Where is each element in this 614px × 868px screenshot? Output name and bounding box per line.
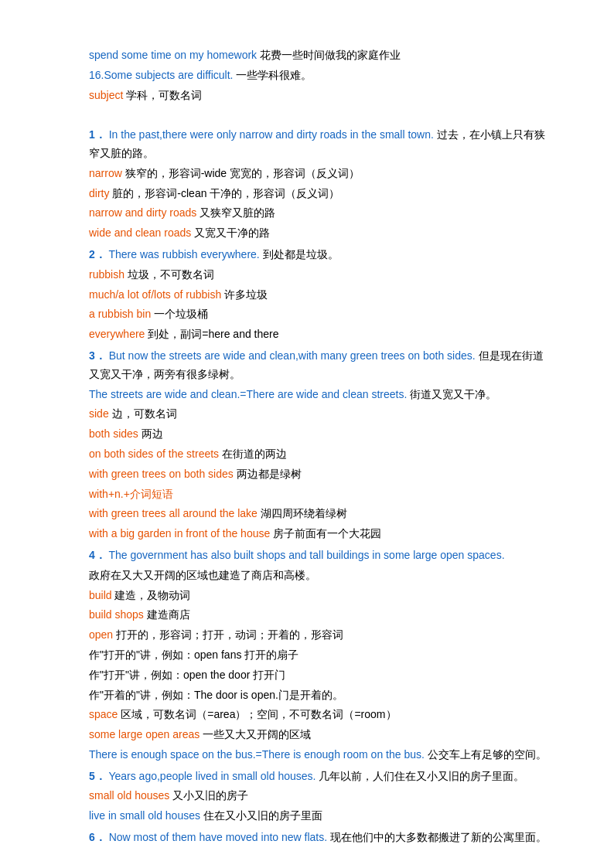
s2-much: much/a lot of/lots of rubbish 许多垃圾 bbox=[89, 286, 552, 305]
with-green-cn: 两边都是绿树 bbox=[237, 468, 302, 480]
s4-open-fans: 作"打开的"讲，例如：open fans 打开的扇子 bbox=[89, 646, 552, 665]
some-large-phrase: some large open areas bbox=[89, 728, 200, 740]
both-sides-cn: 两边 bbox=[142, 427, 163, 440]
s4-door-open: 作"开着的"讲，例如：The door is open.门是开着的。 bbox=[89, 686, 552, 705]
s4-some-large: some large open areas 一些又大又开阔的区域 bbox=[89, 726, 552, 744]
rubbish-def: 垃圾，不可数名词 bbox=[128, 268, 214, 281]
s5-small-old: small old houses 又小又旧的房子 bbox=[89, 787, 552, 805]
build-word: build bbox=[89, 589, 112, 601]
section-1: 1． In the past,there were only narrow an… bbox=[89, 126, 552, 243]
with-lake-phrase: with green trees all around the lake bbox=[89, 507, 258, 519]
s5-en: Years ago,people lived in small old hous… bbox=[108, 770, 316, 782]
s1-narrow: narrow 狭窄的，形容词-wide 宽宽的，形容词（反义词） bbox=[89, 165, 552, 183]
s6-en: Now most of them have moved into new fla… bbox=[109, 831, 327, 843]
narrow-dirty-phrase: narrow and dirty roads bbox=[89, 206, 196, 219]
s4-main: 4． The government has also built shops a… bbox=[89, 546, 552, 565]
enough-space-en: There is enough space on the bus.=There … bbox=[89, 748, 425, 761]
s3-with-grammar: with+n.+介词短语 bbox=[89, 485, 552, 504]
s3-main: 3． But now the streets are wide and clea… bbox=[89, 347, 552, 384]
spend-text-en: spend some time on my homework bbox=[89, 49, 257, 61]
bin-phrase: a rubbish bin bbox=[89, 308, 151, 320]
wide-clean-phrase: wide and clean roads bbox=[89, 226, 191, 239]
narrow-dirty-cn: 又狭窄又脏的路 bbox=[200, 206, 275, 219]
section-6: 6． Now most of them have moved into new … bbox=[89, 829, 552, 847]
s2-en: There was rubbish everywhere. bbox=[108, 248, 259, 260]
s6-num: 6． bbox=[89, 831, 106, 843]
dirty-def: 脏的，形容词-clean 干净的，形容词（反义词） bbox=[112, 187, 339, 199]
s2-everywhere: everywhere 到处，副词=here and there bbox=[89, 325, 552, 344]
s3-with-garden: with a big garden in front of the house … bbox=[89, 525, 552, 543]
s3-on-both: on both sides of the streets 在街道的两边 bbox=[89, 445, 552, 464]
with-green-phrase: with green trees on both sides bbox=[89, 468, 234, 480]
subject-word: subject bbox=[89, 89, 123, 101]
s4-en: The government has also built shops and … bbox=[108, 549, 504, 561]
document-content: spend some time on my homework 花费一些时间做我的… bbox=[89, 46, 552, 847]
on-both-phrase: on both sides of the streets bbox=[89, 448, 219, 460]
with-lake-cn: 湖四周环绕着绿树 bbox=[261, 507, 347, 519]
s5-live: live in small old houses 住在又小又旧的房子里面 bbox=[89, 807, 552, 825]
s4-open: open 打开的，形容词；打开，动词；开着的，形容词 bbox=[89, 626, 552, 645]
open-word: open bbox=[89, 628, 113, 641]
build-shops-cn: 建造商店 bbox=[147, 608, 190, 621]
s3-with-green: with green trees on both sides 两边都是绿树 bbox=[89, 465, 552, 484]
s5-cn: 几年以前，人们住在又小又旧的房子里面。 bbox=[319, 770, 524, 782]
s1-wide-clean: wide and clean roads 又宽又干净的路 bbox=[89, 224, 552, 243]
line-subjects: 16.Some subjects are difficult. 一些学科很难。 bbox=[89, 66, 552, 85]
with-garden-phrase: with a big garden in front of the house bbox=[89, 527, 270, 540]
small-old-cn: 又小又旧的房子 bbox=[172, 789, 248, 802]
s4-num: 4． bbox=[89, 549, 106, 561]
rubbish-word: rubbish bbox=[89, 268, 125, 281]
build-shops-phrase: build shops bbox=[89, 608, 144, 621]
s2-main: 2． There was rubbish everywhere. 到处都是垃圾。 bbox=[89, 246, 552, 264]
subjects-text-cn: 一些学科很难。 bbox=[236, 69, 312, 81]
s4-cn-text: 政府在又大又开阔的区域也建造了商店和高楼。 bbox=[89, 569, 316, 581]
open-door-note: 作"打开"讲，例如：open the door 打开门 bbox=[89, 669, 285, 681]
s4-build: build 建造，及物动词 bbox=[89, 587, 552, 605]
wide-clean-cn: 又宽又干净的路 bbox=[194, 226, 270, 239]
bin-cn: 一个垃圾桶 bbox=[154, 308, 208, 320]
s4-open-door: 作"打开"讲，例如：open the door 打开门 bbox=[89, 666, 552, 685]
s4-space: space 区域，可数名词（=area）；空间，不可数名词（=room） bbox=[89, 706, 552, 724]
s1-num: 1． bbox=[89, 128, 106, 141]
line-spend: spend some time on my homework 花费一些时间做我的… bbox=[89, 46, 552, 65]
subject-def: 学科，可数名词 bbox=[126, 89, 202, 101]
section-4: 4． The government has also built shops a… bbox=[89, 546, 552, 764]
everywhere-def: 到处，副词=here and there bbox=[148, 328, 278, 340]
s3-both-sides: both sides 两边 bbox=[89, 425, 552, 444]
open-def: 打开的，形容词；打开，动词；开着的，形容词 bbox=[116, 628, 343, 641]
s1-narrow-dirty: narrow and dirty roads 又狭窄又脏的路 bbox=[89, 204, 552, 223]
s2-cn: 到处都是垃圾。 bbox=[263, 248, 339, 260]
live-cn: 住在又小又旧的房子里面 bbox=[203, 809, 322, 822]
s3-eq: The streets are wide and clean.=There ar… bbox=[89, 386, 552, 404]
s6-cn: 现在他们中的大多数都搬进了新的公寓里面。 bbox=[330, 831, 547, 843]
on-both-cn: 在街道的两边 bbox=[222, 448, 287, 460]
s1-main: 1． In the past,there were only narrow an… bbox=[89, 126, 552, 163]
door-open-note: 作"开着的"讲，例如：The door is open.门是开着的。 bbox=[89, 689, 343, 701]
line-subject: subject 学科，可数名词 bbox=[89, 87, 552, 105]
s2-num: 2． bbox=[89, 248, 106, 260]
s2-rubbish: rubbish 垃圾，不可数名词 bbox=[89, 266, 552, 284]
side-word: side bbox=[89, 407, 109, 420]
narrow-word: narrow bbox=[89, 167, 122, 179]
s6-main: 6． Now most of them have moved into new … bbox=[89, 829, 552, 847]
s2-bin: a rubbish bin 一个垃圾桶 bbox=[89, 305, 552, 324]
header-section: spend some time on my homework 花费一些时间做我的… bbox=[89, 46, 552, 104]
s3-eq-cn: 街道又宽又干净。 bbox=[410, 388, 496, 400]
s3-with-lake: with green trees all around the lake 湖四周… bbox=[89, 505, 552, 523]
small-old-phrase: small old houses bbox=[89, 789, 169, 802]
both-sides-phrase: both sides bbox=[89, 427, 138, 440]
s4-cn: 政府在又大又开阔的区域也建造了商店和高楼。 bbox=[89, 567, 552, 585]
space-word: space bbox=[89, 708, 118, 720]
s1-dirty: dirty 脏的，形容词-clean 干净的，形容词（反义词） bbox=[89, 185, 552, 203]
section-5: 5． Years ago,people lived in small old h… bbox=[89, 768, 552, 825]
side-def: 边，可数名词 bbox=[112, 407, 177, 420]
live-phrase: live in small old houses bbox=[89, 809, 200, 822]
some-large-cn: 一些又大又开阔的区域 bbox=[203, 728, 311, 740]
s4-enough-space: There is enough space on the bus.=There … bbox=[89, 746, 552, 764]
s5-main: 5． Years ago,people lived in small old h… bbox=[89, 768, 552, 786]
open-fans-note: 作"打开的"讲，例如：open fans 打开的扇子 bbox=[89, 648, 298, 661]
section-3: 3． But now the streets are wide and clea… bbox=[89, 347, 552, 543]
build-def: 建造，及物动词 bbox=[114, 589, 190, 601]
space-def: 区域，可数名词（=area）；空间，不可数名词（=room） bbox=[121, 708, 396, 720]
narrow-def: 狭窄的，形容词-wide 宽宽的，形容词（反义词） bbox=[125, 167, 360, 179]
